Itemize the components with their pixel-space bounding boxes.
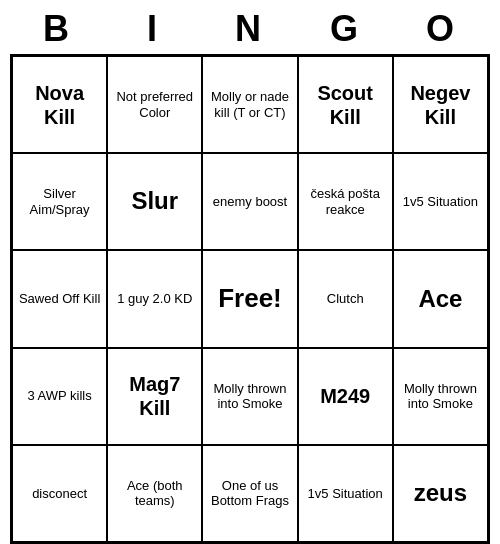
bingo-cell-18: M249 [298,348,393,445]
bingo-cell-7: enemy boost [202,153,297,250]
bingo-cell-12: Free! [202,250,297,347]
bingo-cell-3: Scout Kill [298,56,393,153]
bingo-cell-21: Ace (both teams) [107,445,202,542]
bingo-cell-23: 1v5 Situation [298,445,393,542]
bingo-grid: Nova KillNot preferred ColorMolly or nad… [10,54,490,544]
bingo-cell-24: zeus [393,445,488,542]
bingo-cell-15: 3 AWP kills [12,348,107,445]
bingo-cell-11: 1 guy 2.0 KD [107,250,202,347]
bingo-cell-2: Molly or nade kill (T or CT) [202,56,297,153]
bingo-cell-16: Mag7 Kill [107,348,202,445]
title-i: I [110,8,198,50]
bingo-cell-1: Not preferred Color [107,56,202,153]
bingo-cell-14: Ace [393,250,488,347]
title-n: N [206,8,294,50]
bingo-cell-17: Molly thrown into Smoke [202,348,297,445]
title-b: B [14,8,102,50]
bingo-cell-22: One of us Bottom Frags [202,445,297,542]
bingo-cell-5: Silver Aim/Spray [12,153,107,250]
bingo-cell-20: disconect [12,445,107,542]
bingo-cell-8: česká pošta reakce [298,153,393,250]
bingo-cell-4: Negev Kill [393,56,488,153]
bingo-title: B I N G O [10,0,490,54]
bingo-cell-10: Sawed Off Kill [12,250,107,347]
bingo-cell-19: Molly thrown into Smoke [393,348,488,445]
title-g: G [302,8,390,50]
bingo-cell-6: Slur [107,153,202,250]
bingo-cell-9: 1v5 Situation [393,153,488,250]
bingo-cell-0: Nova Kill [12,56,107,153]
bingo-cell-13: Clutch [298,250,393,347]
title-o: O [398,8,486,50]
